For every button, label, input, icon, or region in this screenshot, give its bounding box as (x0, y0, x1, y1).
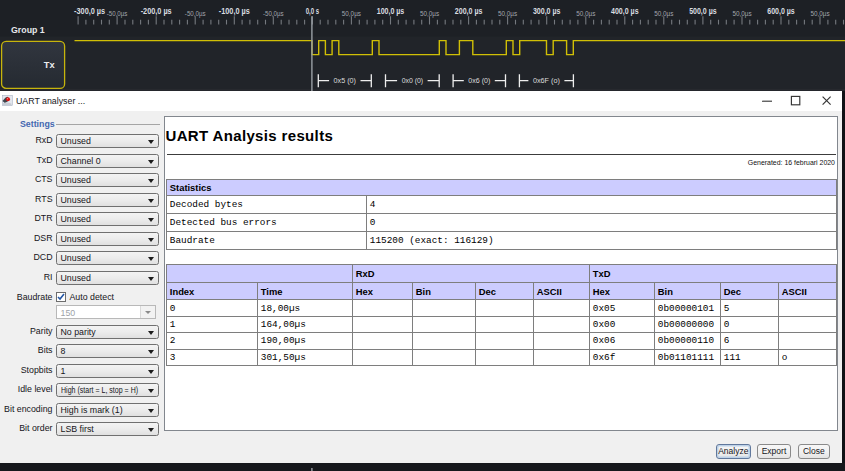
svg-text:50,0µs: 50,0µs (732, 10, 752, 18)
svg-text:Group 1: Group 1 (11, 25, 45, 35)
svg-text:-50,0µs: -50,0µs (107, 10, 128, 18)
svg-text:-50,0µs: -50,0µs (185, 10, 206, 18)
svg-text:50,0µs: 50,0µs (498, 10, 518, 18)
svg-text:0,0 s: 0,0 s (306, 6, 319, 16)
svg-text:400,0 µs: 400,0 µs (611, 6, 639, 16)
svg-text:50,0µs: 50,0µs (576, 10, 596, 18)
svg-text:50,0µs: 50,0µs (420, 10, 440, 18)
svg-text:Tx: Tx (44, 60, 56, 70)
svg-text:-100,0 µs: -100,0 µs (219, 6, 250, 16)
svg-text:50,0µs: 50,0µs (810, 10, 830, 18)
svg-text:-50,0µs: -50,0µs (263, 10, 284, 18)
svg-text:-300,0 µs: -300,0 µs (74, 6, 105, 16)
svg-text:600,0 µs: 600,0 µs (767, 6, 795, 16)
svg-text:0x6 (0): 0x6 (0) (468, 76, 490, 85)
svg-text:100,0 µs: 100,0 µs (377, 6, 405, 16)
svg-text:300,0 µs: 300,0 µs (533, 6, 561, 16)
svg-text:50,0µs: 50,0µs (654, 10, 674, 18)
svg-text:0x6F (o): 0x6F (o) (533, 76, 560, 85)
svg-text:0x5 (0): 0x5 (0) (334, 76, 357, 85)
svg-text:200,0 µs: 200,0 µs (455, 6, 483, 16)
svg-text:500,0 µs: 500,0 µs (689, 6, 717, 16)
svg-text:0x0 (0): 0x0 (0) (402, 76, 424, 85)
svg-text:50,0µs: 50,0µs (342, 10, 362, 18)
svg-text:-200,0 µs: -200,0 µs (141, 6, 172, 16)
